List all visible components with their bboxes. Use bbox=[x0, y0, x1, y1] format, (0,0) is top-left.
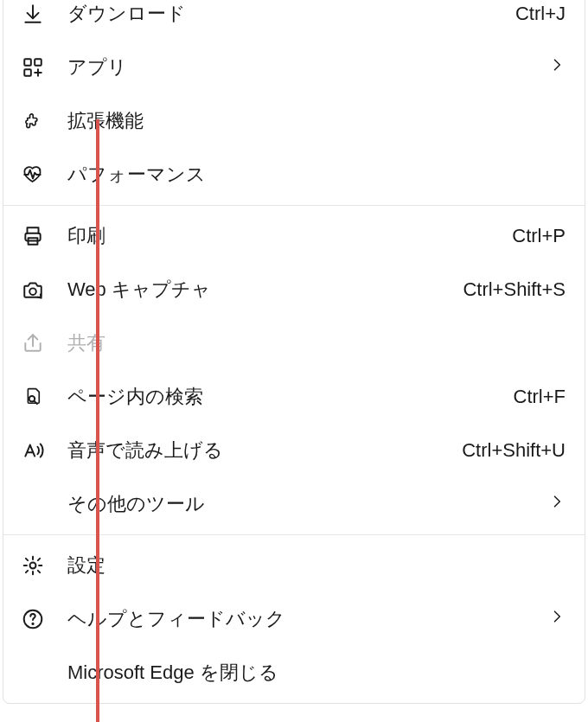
menu-item-label: 印刷 bbox=[67, 223, 512, 249]
camera-icon bbox=[21, 278, 45, 302]
printer-icon bbox=[21, 224, 45, 248]
svg-rect-1 bbox=[35, 59, 42, 66]
download-icon bbox=[21, 2, 45, 26]
menu-item-extensions[interactable]: 拡張機能 bbox=[3, 94, 585, 148]
menu-item-label: Microsoft Edge を閉じる bbox=[67, 660, 566, 686]
menu-item-help[interactable]: ヘルプとフィードバック bbox=[3, 592, 585, 646]
menu-item-label: Web キャプチャ bbox=[67, 277, 463, 303]
menu-item-shortcut: Ctrl+P bbox=[512, 225, 566, 247]
share-icon bbox=[21, 331, 45, 355]
menu-item-label: 共有 bbox=[67, 330, 566, 356]
menu-item-shortcut: Ctrl+J bbox=[515, 3, 566, 25]
heartbeat-icon bbox=[21, 163, 45, 187]
menu-item-shortcut: Ctrl+F bbox=[514, 386, 566, 408]
gear-icon bbox=[21, 553, 45, 578]
puzzle-icon bbox=[21, 109, 45, 133]
menu-item-label: 音声で読み上げる bbox=[67, 438, 462, 463]
browser-menu: ダウンロード Ctrl+J アプリ 拡張機能 パフォーマンス 印刷 Ctrl+P bbox=[3, 0, 585, 704]
menu-item-label: 設定 bbox=[67, 553, 566, 578]
blank-icon bbox=[21, 492, 45, 516]
help-icon bbox=[21, 607, 45, 631]
menu-item-share: 共有 bbox=[3, 316, 585, 370]
menu-item-label: ダウンロード bbox=[67, 1, 515, 27]
menu-item-performance[interactable]: パフォーマンス bbox=[3, 148, 585, 201]
apps-icon bbox=[21, 55, 45, 80]
menu-item-label: その他のツール bbox=[67, 491, 548, 517]
chevron-right-icon bbox=[548, 493, 566, 515]
menu-item-webcapture[interactable]: Web キャプチャ Ctrl+Shift+S bbox=[3, 263, 585, 316]
blank-icon bbox=[21, 661, 45, 685]
menu-item-findpage[interactable]: ページ内の検索 Ctrl+F bbox=[3, 370, 585, 424]
menu-item-label: 拡張機能 bbox=[67, 108, 566, 134]
menu-item-settings[interactable]: 設定 bbox=[3, 539, 585, 592]
menu-item-downloads[interactable]: ダウンロード Ctrl+J bbox=[3, 0, 585, 41]
menu-divider bbox=[3, 534, 585, 535]
menu-item-readaloud[interactable]: 音声で読み上げる Ctrl+Shift+U bbox=[3, 424, 585, 477]
annotation-red-line bbox=[96, 119, 99, 722]
menu-item-label: ページ内の検索 bbox=[67, 384, 514, 410]
svg-rect-0 bbox=[24, 59, 31, 66]
chevron-right-icon bbox=[548, 608, 566, 630]
menu-divider bbox=[3, 205, 585, 206]
readaloud-icon bbox=[21, 438, 45, 463]
chevron-right-icon bbox=[548, 56, 566, 79]
menu-item-label: ヘルプとフィードバック bbox=[67, 606, 548, 632]
menu-item-shortcut: Ctrl+Shift+S bbox=[463, 278, 566, 301]
menu-item-label: アプリ bbox=[67, 54, 548, 80]
menu-item-label: パフォーマンス bbox=[67, 162, 566, 188]
find-icon bbox=[21, 385, 45, 409]
menu-item-close[interactable]: Microsoft Edge を閉じる bbox=[3, 646, 585, 700]
menu-item-moretools[interactable]: その他のツール bbox=[3, 477, 585, 531]
menu-item-print[interactable]: 印刷 Ctrl+P bbox=[3, 209, 585, 263]
menu-item-apps[interactable]: アプリ bbox=[3, 41, 585, 94]
svg-point-5 bbox=[29, 288, 36, 295]
menu-item-shortcut: Ctrl+Shift+U bbox=[462, 439, 566, 462]
svg-point-9 bbox=[32, 623, 33, 624]
svg-rect-2 bbox=[24, 69, 31, 76]
svg-point-7 bbox=[30, 563, 36, 569]
